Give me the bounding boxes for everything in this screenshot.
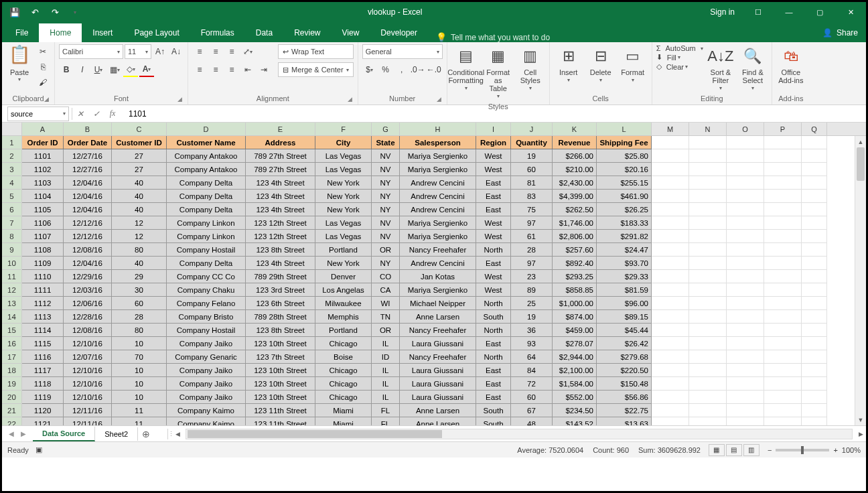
table-cell[interactable]: 1105 (22, 203, 64, 216)
empty-cell[interactable] (652, 404, 689, 417)
empty-cell[interactable] (727, 350, 764, 364)
empty-cell[interactable] (802, 310, 827, 324)
empty-cell[interactable] (652, 230, 689, 243)
empty-cell[interactable] (802, 136, 827, 149)
empty-cell[interactable] (689, 364, 727, 377)
table-cell[interactable]: $2,944.00 (553, 350, 597, 364)
increase-font-icon[interactable]: A↑ (153, 44, 167, 59)
sort-filter-button[interactable]: A↓ZSort & Filter▾ (706, 44, 735, 93)
row-header[interactable]: 17 (2, 350, 22, 364)
empty-cell[interactable] (727, 297, 764, 310)
table-cell[interactable]: Laura Giussani (400, 391, 476, 404)
empty-cell[interactable] (689, 270, 727, 283)
table-cell[interactable]: NY (372, 203, 400, 216)
table-cell[interactable]: Company Antakoo (167, 163, 246, 176)
tab-insert[interactable]: Insert (82, 23, 123, 42)
table-cell[interactable]: Andrew Cencini (400, 190, 476, 203)
table-cell[interactable]: CA (372, 283, 400, 297)
table-cell[interactable]: $13.63 (597, 417, 652, 425)
table-cell[interactable]: $257.60 (553, 243, 597, 257)
table-cell[interactable]: West (476, 230, 511, 243)
column-header[interactable]: D (167, 123, 246, 135)
table-cell[interactable]: Mariya Sergienko (400, 149, 476, 163)
empty-cell[interactable] (764, 324, 802, 337)
row-header[interactable]: 15 (2, 324, 22, 337)
empty-cell[interactable] (727, 149, 764, 163)
table-cell[interactable]: South (476, 417, 511, 425)
table-cell[interactable]: Company Jaiko (167, 337, 246, 350)
table-cell[interactable]: $20.16 (597, 163, 652, 176)
column-header[interactable]: G (372, 123, 400, 135)
table-cell[interactable]: $220.50 (597, 364, 652, 377)
table-cell[interactable]: Miami (315, 417, 372, 425)
table-cell[interactable]: West (476, 283, 511, 297)
table-cell[interactable]: Anne Larsen (400, 404, 476, 417)
empty-cell[interactable] (727, 136, 764, 149)
table-header-cell[interactable]: Address (246, 136, 315, 149)
zoom-slider[interactable] (776, 449, 829, 451)
table-cell[interactable]: Las Vegas (315, 230, 372, 243)
italic-icon[interactable]: I (75, 62, 90, 77)
empty-cell[interactable] (689, 310, 727, 324)
table-cell[interactable]: Portland (315, 243, 372, 257)
table-cell[interactable]: 1108 (22, 243, 64, 257)
table-cell[interactable]: $293.25 (553, 270, 597, 283)
table-cell[interactable]: $1,584.00 (553, 377, 597, 391)
empty-cell[interactable] (652, 310, 689, 324)
table-cell[interactable]: 123 4th Street (246, 190, 315, 203)
hscroll-thumb[interactable] (188, 430, 442, 438)
empty-cell[interactable] (727, 377, 764, 391)
fill-color-icon[interactable]: ◇▾ (123, 62, 138, 77)
table-cell[interactable]: 1102 (22, 163, 64, 176)
delete-cells-button[interactable]: ⊟Delete▾ (586, 44, 616, 85)
empty-cell[interactable] (802, 270, 827, 283)
horizontal-scrollbar[interactable] (186, 429, 853, 439)
table-cell[interactable]: $45.44 (597, 324, 652, 337)
table-cell[interactable]: 12/29/16 (64, 270, 112, 283)
empty-cell[interactable] (652, 176, 689, 190)
table-cell[interactable]: $96.00 (597, 297, 652, 310)
row-header[interactable]: 12 (2, 283, 22, 297)
table-cell[interactable]: Las Vegas (315, 163, 372, 176)
empty-cell[interactable] (689, 203, 727, 216)
table-header-cell[interactable]: City (315, 136, 372, 149)
row-header[interactable]: 21 (2, 404, 22, 417)
table-cell[interactable]: Company CC Co (167, 270, 246, 283)
save-icon[interactable]: 💾 (6, 4, 23, 20)
table-cell[interactable]: Company Antakoo (167, 149, 246, 163)
table-cell[interactable]: 40 (112, 190, 167, 203)
table-cell[interactable]: 12/04/16 (64, 257, 112, 270)
table-cell[interactable]: New York (315, 190, 372, 203)
table-cell[interactable]: 12/03/16 (64, 283, 112, 297)
table-cell[interactable]: Portland (315, 324, 372, 337)
find-select-button[interactable]: 🔍Find & Select▾ (738, 44, 768, 93)
table-cell[interactable]: $291.82 (597, 230, 652, 243)
table-cell[interactable]: 1103 (22, 176, 64, 190)
table-cell[interactable]: 29 (112, 270, 167, 283)
empty-cell[interactable] (802, 337, 827, 350)
table-cell[interactable]: $2,806.00 (553, 230, 597, 243)
table-cell[interactable]: IL (372, 364, 400, 377)
align-left-icon[interactable]: ≡ (192, 62, 207, 77)
table-cell[interactable]: 123 11th Street (246, 417, 315, 425)
table-cell[interactable]: Chicago (315, 377, 372, 391)
empty-cell[interactable] (689, 350, 727, 364)
macro-record-icon[interactable]: ▣ (35, 445, 42, 454)
empty-cell[interactable] (802, 364, 827, 377)
sheet-tab-active[interactable]: Data Source (33, 427, 95, 441)
column-header[interactable]: Q (802, 123, 827, 135)
table-cell[interactable]: 12/10/16 (64, 377, 112, 391)
redo-icon[interactable]: ↷ (46, 4, 64, 20)
table-cell[interactable]: North (476, 243, 511, 257)
row-header[interactable]: 8 (2, 230, 22, 243)
tab-file[interactable]: File (5, 23, 39, 42)
row-header[interactable]: 5 (2, 190, 22, 203)
table-cell[interactable]: NY (372, 257, 400, 270)
align-center-icon[interactable]: ≡ (208, 62, 223, 77)
table-cell[interactable]: 19 (511, 310, 553, 324)
table-cell[interactable]: Denver (315, 270, 372, 283)
empty-cell[interactable] (727, 216, 764, 230)
table-cell[interactable]: 81 (511, 176, 553, 190)
table-cell[interactable]: 12/08/16 (64, 243, 112, 257)
table-cell[interactable]: Company Kaimo (167, 404, 246, 417)
